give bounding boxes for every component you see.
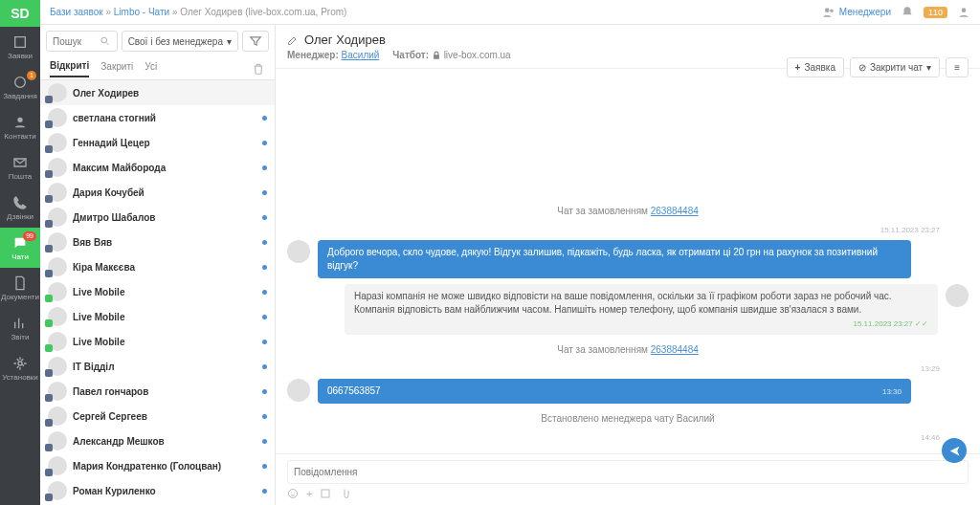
message-input[interactable] — [287, 460, 969, 484]
app-logo: SD — [0, 0, 40, 27]
avatar — [48, 357, 67, 376]
chat-name: Максим Майборода — [73, 163, 166, 173]
sidebar-item-calls[interactable]: Дзвінки — [0, 187, 40, 228]
bell-icon[interactable] — [901, 6, 914, 19]
chat-name: Олег Ходирев — [73, 88, 139, 99]
status-dot — [262, 340, 267, 344]
chat-list-item[interactable]: Live Mobile — [40, 304, 275, 329]
chat-list-item[interactable]: светлана стогний — [40, 105, 275, 130]
chat-list-item[interactable]: Live Mobile — [40, 279, 275, 304]
chat-list[interactable]: Олег Ходиревсветлана стогнийГеннадий Цец… — [40, 80, 275, 505]
filter-button[interactable] — [242, 31, 269, 52]
emoji-icon[interactable] — [287, 488, 299, 499]
status-dot — [262, 489, 267, 494]
attach-icon[interactable] — [339, 488, 350, 499]
chat-name: Live Mobile — [73, 337, 124, 347]
chat-list-item[interactable]: Дария Кочубей — [40, 180, 275, 205]
chat-name: Геннадий Цецер — [73, 138, 150, 148]
avatar — [48, 307, 67, 326]
crumb-limbo[interactable]: Limbo - Чати — [114, 7, 169, 17]
manager-link[interactable]: Василий — [342, 50, 380, 60]
tab-open[interactable]: Відкриті — [50, 60, 89, 77]
chat-list-item[interactable]: Live Mobile — [40, 329, 275, 354]
edit-icon[interactable] — [287, 34, 299, 46]
filter-icon — [249, 34, 262, 48]
svg-rect-10 — [322, 490, 329, 497]
chat-list-item[interactable]: IT Відділ — [40, 354, 275, 379]
tab-all[interactable]: Усі — [145, 61, 157, 77]
sidebar-item-docs[interactable]: Документи — [0, 268, 40, 308]
status-dot — [262, 290, 267, 295]
status-dot — [262, 464, 267, 469]
msg-time: 15.11.2023 23:27 — [880, 226, 940, 234]
sidebar-item-chats[interactable]: Чати99 — [0, 228, 40, 268]
sidebar-item-mail[interactable]: Пошта — [0, 147, 40, 187]
chat-name: Live Mobile — [73, 312, 124, 322]
svg-point-9 — [294, 493, 295, 494]
sidebar-item-contacts[interactable]: Контакти — [0, 107, 40, 147]
breadcrumb: Бази заявок » Limbo - Чати » Олег Ходире… — [50, 7, 346, 17]
chat-list-item[interactable]: Геннадий Цецер — [40, 130, 275, 155]
managers-link[interactable]: Менеджери — [822, 6, 891, 19]
avatar — [48, 83, 67, 102]
sidebar-item-settings[interactable]: Установки — [0, 348, 40, 388]
chat-name: Александр Мешков — [73, 436, 165, 447]
svg-point-4 — [830, 9, 834, 12]
chat-header: Олег Ходирев Менеджер: Василий Чатбот: l… — [276, 25, 980, 69]
avatar — [48, 332, 67, 351]
close-chat-button[interactable]: ⊘ Закрити чат ▾ — [850, 57, 940, 77]
chat-list-item[interactable]: Дмитро Шабалов — [40, 205, 275, 230]
status-dot — [262, 265, 267, 270]
status-dot — [262, 414, 267, 419]
list-tabs: Відкриті Закриті Усі — [40, 57, 275, 80]
status-dot — [262, 240, 267, 245]
search-input[interactable] — [46, 31, 118, 52]
status-dot — [262, 389, 267, 394]
avatar — [946, 284, 969, 307]
avatar — [48, 282, 67, 301]
chat-list-item[interactable]: Вяв Вяв — [40, 230, 275, 254]
messages-area[interactable]: Чат за замовленням 263884484 15.11.2023 … — [276, 69, 980, 453]
chat-list-item[interactable]: Александр Мешков — [40, 428, 275, 453]
notif-count: 110 — [924, 7, 947, 18]
status-dot — [262, 215, 267, 220]
chat-list-item[interactable]: Роман Куриленко — [40, 478, 275, 503]
chat-list-item[interactable]: Сергей Сергеев — [40, 404, 275, 428]
chat-list-item[interactable]: Кіра Макєєва — [40, 254, 275, 279]
chat-list-item[interactable]: Олег Ходирев — [40, 80, 275, 105]
more-button[interactable]: ≡ — [946, 57, 969, 77]
chat-name: светлана стогний — [73, 113, 156, 123]
trash-icon[interactable] — [252, 62, 265, 76]
sidebar-item-requests[interactable]: Заявки — [0, 27, 40, 67]
send-button[interactable] — [942, 438, 967, 463]
svg-point-2 — [18, 362, 22, 365]
chat-title: Олег Ходирев — [287, 33, 969, 47]
chat-list-item[interactable]: Максим Майборода — [40, 155, 275, 180]
order-link[interactable]: 263884484 — [651, 344, 699, 355]
user-menu-icon[interactable] — [957, 6, 970, 19]
msg-in: Доброго вечора, скло чудове, дякую! Відг… — [318, 240, 911, 278]
crumb-current: Олег Ходирев (live-box.com.ua, Prom) — [180, 7, 346, 17]
template-icon[interactable] — [320, 488, 331, 499]
chat-list-panel: Свої і без менеджера ▾ Відкриті Закриті … — [40, 25, 276, 505]
chat-list-item[interactable]: Мария Кондратенко (Голоцван) — [40, 453, 275, 478]
crumb-bases[interactable]: Бази заявок — [50, 7, 103, 17]
avatar — [48, 257, 67, 276]
avatar — [287, 379, 310, 402]
order-link[interactable]: 263884484 — [651, 206, 699, 216]
filter-scope[interactable]: Свої і без менеджера ▾ — [122, 31, 238, 52]
task-badge: 1 — [27, 71, 36, 80]
msg-in: 066756385713:30 — [318, 379, 911, 404]
svg-point-6 — [101, 37, 107, 43]
chat-name: Вяв Вяв — [73, 237, 112, 248]
plus-icon[interactable]: + — [306, 488, 312, 499]
tab-closed[interactable]: Закриті — [100, 61, 133, 77]
chat-name: Мария Кондратенко (Голоцван) — [73, 461, 221, 472]
status-dot — [262, 190, 267, 195]
sidebar-item-tasks[interactable]: Завдання1 — [0, 67, 40, 107]
chat-list-item[interactable]: Павел гончаров — [40, 379, 275, 404]
status-dot — [262, 141, 267, 145]
svg-point-7 — [289, 490, 298, 498]
add-request-button[interactable]: + Заявка — [787, 57, 844, 77]
sidebar-item-reports[interactable]: Звіти — [0, 308, 40, 348]
